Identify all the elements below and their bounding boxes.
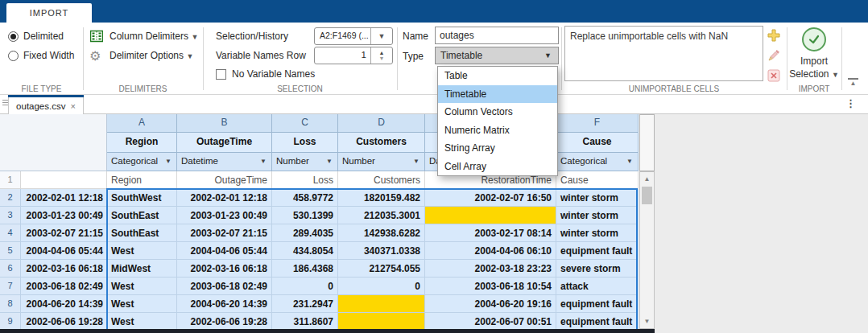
row-time[interactable]: 2002-02-01 12:18 bbox=[21, 189, 107, 207]
column-name-region[interactable]: Region bbox=[107, 133, 177, 153]
grid-cell[interactable]: 2004-04-06 06:10 bbox=[425, 242, 556, 260]
radio-fixed-width[interactable] bbox=[8, 51, 19, 61]
grid-cell[interactable]: West bbox=[107, 295, 177, 313]
grid-cell[interactable]: 289.4035 bbox=[272, 224, 338, 242]
grid-cell[interactable]: 0 bbox=[338, 278, 425, 295]
row-number[interactable]: 7 bbox=[0, 278, 21, 295]
grid-cell[interactable]: 186.4368 bbox=[272, 260, 338, 278]
grid-cell[interactable]: 2003-06-18 02:49 bbox=[177, 278, 272, 295]
selection-history-combo[interactable]: A2:F1469 (... ▼ bbox=[314, 27, 393, 45]
grid-cell[interactable]: 2002-06-06 19:28 bbox=[177, 313, 272, 329]
grid-cell[interactable] bbox=[338, 313, 425, 329]
grid-cell[interactable] bbox=[425, 207, 556, 224]
grid-cell[interactable]: 458.9772 bbox=[272, 189, 338, 207]
grid-cell[interactable]: winter storm bbox=[556, 224, 639, 242]
grid-cell[interactable]: 340371.0338 bbox=[338, 242, 425, 260]
row-number[interactable]: 6 bbox=[0, 260, 21, 278]
type-option-string-array[interactable]: String Array bbox=[438, 139, 557, 158]
grid-cell[interactable]: 142938.6282 bbox=[338, 224, 425, 242]
radio-delimited[interactable] bbox=[8, 31, 19, 42]
grid-cell[interactable]: 2004-06-20 19:16 bbox=[425, 295, 556, 313]
grid-cell[interactable]: 231.2947 bbox=[272, 295, 338, 313]
delimiter-options-button[interactable]: Delimiter Options ▼ bbox=[110, 50, 193, 61]
column-type-selector[interactable]: Number▼ bbox=[272, 153, 338, 171]
scrollbar-thumb[interactable] bbox=[642, 187, 652, 204]
grid-cell[interactable]: winter storm bbox=[556, 189, 639, 207]
grid-cell[interactable]: MidWest bbox=[107, 260, 177, 278]
grid-cell[interactable]: 311.8607 bbox=[272, 313, 338, 329]
grid-cell[interactable]: attack bbox=[556, 278, 639, 295]
row-number[interactable]: 8 bbox=[0, 295, 21, 313]
tab-overflow-menu-icon[interactable]: ⋮ bbox=[845, 97, 856, 109]
scroll-up-icon[interactable]: ▲ bbox=[640, 175, 654, 183]
column-letter-d[interactable]: D bbox=[338, 114, 425, 133]
grid-cell[interactable]: severe storm bbox=[556, 260, 639, 278]
grid-cell[interactable]: SouthEast bbox=[107, 207, 177, 224]
row-time[interactable]: 2003-01-23 00:49 bbox=[21, 207, 107, 224]
vertical-scrollbar[interactable]: ▲ ▼ bbox=[639, 171, 655, 329]
column-type-selector[interactable]: Categorical▼ bbox=[107, 153, 177, 171]
row-number[interactable]: 5 bbox=[0, 242, 21, 260]
grid-cell[interactable]: 212035.3001 bbox=[338, 207, 425, 224]
import-selection-button[interactable]: Import Selection ▼ bbox=[787, 55, 841, 81]
tab-outages-csv[interactable]: outages.csv × bbox=[8, 97, 84, 114]
row-number[interactable]: 2 bbox=[0, 189, 21, 207]
collapse-toolstrip-button[interactable]: ▲ bbox=[848, 78, 858, 87]
row-number[interactable]: 1 bbox=[0, 171, 21, 189]
grid-cell[interactable] bbox=[338, 295, 425, 313]
spinner-down-icon[interactable]: ▼ bbox=[379, 56, 385, 61]
column-letter-c[interactable]: C bbox=[272, 114, 338, 133]
grid-cell[interactable]: equipment fault bbox=[556, 242, 639, 260]
grid-cell[interactable]: 530.1399 bbox=[272, 207, 338, 224]
grid-cell[interactable]: Cause bbox=[556, 171, 639, 189]
type-option-column-vectors[interactable]: Column Vectors bbox=[438, 103, 557, 121]
grid-cell[interactable]: West bbox=[107, 278, 177, 295]
grid-cell[interactable]: 2004-04-06 05:44 bbox=[177, 242, 272, 260]
spinner-buttons[interactable]: ▲▼ bbox=[370, 47, 392, 64]
type-option-table[interactable]: Table bbox=[438, 67, 557, 85]
delete-rule-button[interactable] bbox=[766, 68, 782, 84]
grid-cell[interactable]: 212754.055 bbox=[338, 260, 425, 278]
scroll-down-icon[interactable]: ▼ bbox=[640, 318, 654, 325]
tab-import[interactable]: IMPORT bbox=[6, 3, 92, 23]
spinner-up-icon[interactable]: ▲ bbox=[379, 50, 385, 56]
row-time[interactable]: 2002-03-16 06:18 bbox=[21, 260, 107, 278]
column-letter-b[interactable]: B bbox=[177, 114, 272, 133]
grid-cell[interactable]: Loss bbox=[272, 171, 338, 189]
grid-cell[interactable]: OutageTime bbox=[177, 171, 272, 189]
type-option-timetable[interactable]: Timetable bbox=[438, 85, 557, 104]
column-letter-a[interactable]: A bbox=[107, 114, 177, 133]
variable-names-row-spinner[interactable]: 1 ▲▼ bbox=[314, 47, 393, 64]
type-option-cell-array[interactable]: Cell Array bbox=[438, 158, 557, 176]
row-number[interactable]: 4 bbox=[0, 224, 21, 242]
grid-cell[interactable]: winter storm bbox=[556, 207, 639, 224]
close-icon[interactable]: × bbox=[70, 101, 75, 111]
grid-cell[interactable]: SouthWest bbox=[107, 189, 177, 207]
edit-rule-button[interactable] bbox=[766, 47, 782, 64]
tab-grip-icon[interactable] bbox=[2, 100, 8, 107]
row-number[interactable]: 3 bbox=[0, 207, 21, 224]
grid-cell[interactable]: Region bbox=[107, 171, 177, 189]
column-type-selector[interactable]: Number▼ bbox=[338, 153, 425, 171]
grid-cell[interactable]: 2003-06-18 10:54 bbox=[425, 278, 556, 295]
column-name-customers[interactable]: Customers bbox=[338, 133, 425, 153]
row-time[interactable]: 2003-02-07 21:15 bbox=[21, 224, 107, 242]
column-name-cause[interactable]: Cause bbox=[556, 133, 639, 153]
grid-cell[interactable]: West bbox=[107, 242, 177, 260]
grid-cell[interactable]: Customers bbox=[338, 171, 425, 189]
column-type-selector[interactable]: Datetime▼ bbox=[177, 153, 272, 171]
column-name-loss[interactable]: Loss bbox=[272, 133, 338, 153]
grid-cell[interactable]: 2004-06-20 14:39 bbox=[177, 295, 272, 313]
grid-cell[interactable]: 2003-02-07 21:15 bbox=[177, 224, 272, 242]
row-time[interactable]: 2003-06-18 02:49 bbox=[21, 278, 107, 295]
grid-cell[interactable]: 1820159.482 bbox=[338, 189, 425, 207]
grid-cell[interactable]: SouthEast bbox=[107, 224, 177, 242]
grid-cell[interactable]: 2003-01-23 00:49 bbox=[177, 207, 272, 224]
column-delimiters-button[interactable]: Column Delimiters ▼ bbox=[110, 31, 198, 42]
grid-cell[interactable]: equipment fault bbox=[556, 313, 639, 329]
no-variable-names-checkbox[interactable] bbox=[216, 69, 226, 80]
unimportable-rules-box[interactable]: Replace unimportable cells with NaN bbox=[564, 26, 763, 81]
selection-history-dropdown-button[interactable]: ▼ bbox=[370, 28, 392, 44]
row-time[interactable]: 2002-06-06 19:28 bbox=[21, 313, 107, 329]
grid-cell[interactable]: 2002-02-01 12:18 bbox=[177, 189, 272, 207]
